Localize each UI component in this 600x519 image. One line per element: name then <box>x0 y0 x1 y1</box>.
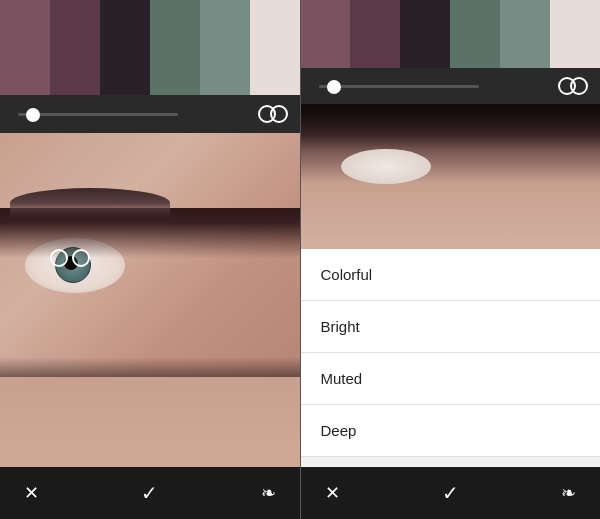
slider-thumb[interactable] <box>26 108 40 122</box>
right-eye-partial <box>301 104 601 249</box>
palette-swatch-r1[interactable] <box>301 0 351 68</box>
dropdown-list: Colorful Bright Muted Deep Dark ✓ Custom <box>301 249 601 467</box>
menu-item-dark[interactable]: Dark ✓ <box>301 457 601 467</box>
palette-strip-right[interactable] <box>301 0 601 68</box>
palette-swatch-r4[interactable] <box>450 0 500 68</box>
slider-track-right[interactable] <box>319 85 479 88</box>
menu-item-deep[interactable]: Deep <box>301 405 601 457</box>
confirm-button[interactable]: ✓ <box>141 481 158 505</box>
palette-swatch-1[interactable] <box>0 0 50 95</box>
right-bottom-bar: ✕ ✓ ❧ <box>301 467 601 519</box>
circle-icon[interactable] <box>258 105 288 123</box>
slider-row <box>0 95 300 133</box>
palette-swatch-r2[interactable] <box>350 0 400 68</box>
right-panel: Colorful Bright Muted Deep Dark ✓ Custom… <box>301 0 601 519</box>
left-panel: ✕ ✓ ❧ <box>0 0 300 519</box>
right-confirm-button[interactable]: ✓ <box>442 481 459 505</box>
eye-image-area <box>0 133 300 467</box>
eye-marker-1[interactable] <box>50 249 68 267</box>
menu-item-bright[interactable]: Bright <box>301 301 601 353</box>
palette-swatch-5[interactable] <box>200 0 250 95</box>
menu-item-colorful-label: Colorful <box>321 266 373 283</box>
cancel-button[interactable]: ✕ <box>24 482 39 504</box>
slider-row-right <box>301 68 601 104</box>
palette-swatch-r6[interactable] <box>550 0 600 68</box>
menu-item-colorful[interactable]: Colorful <box>301 249 601 301</box>
circle-icon-right[interactable] <box>558 77 588 95</box>
logo-button[interactable]: ❧ <box>261 482 276 504</box>
palette-swatch-4[interactable] <box>150 0 200 95</box>
palette-strip-left[interactable] <box>0 0 300 95</box>
eye-marker-2[interactable] <box>72 249 90 267</box>
menu-item-muted[interactable]: Muted <box>301 353 601 405</box>
right-cancel-button[interactable]: ✕ <box>325 482 340 504</box>
menu-item-muted-label: Muted <box>321 370 363 387</box>
left-bottom-bar: ✕ ✓ ❧ <box>0 467 300 519</box>
palette-swatch-r5[interactable] <box>500 0 550 68</box>
menu-item-bright-label: Bright <box>321 318 360 335</box>
palette-swatch-r3[interactable] <box>400 0 450 68</box>
palette-swatch-2[interactable] <box>50 0 100 95</box>
slider-thumb-right[interactable] <box>327 80 341 94</box>
slider-track[interactable] <box>18 113 178 116</box>
eye-canvas <box>0 133 300 467</box>
menu-item-deep-label: Deep <box>321 422 357 439</box>
palette-swatch-3[interactable] <box>100 0 150 95</box>
palette-swatch-6[interactable] <box>250 0 300 95</box>
circle-r2[interactable] <box>570 77 588 95</box>
circle-2[interactable] <box>270 105 288 123</box>
right-logo-button[interactable]: ❧ <box>561 482 576 504</box>
